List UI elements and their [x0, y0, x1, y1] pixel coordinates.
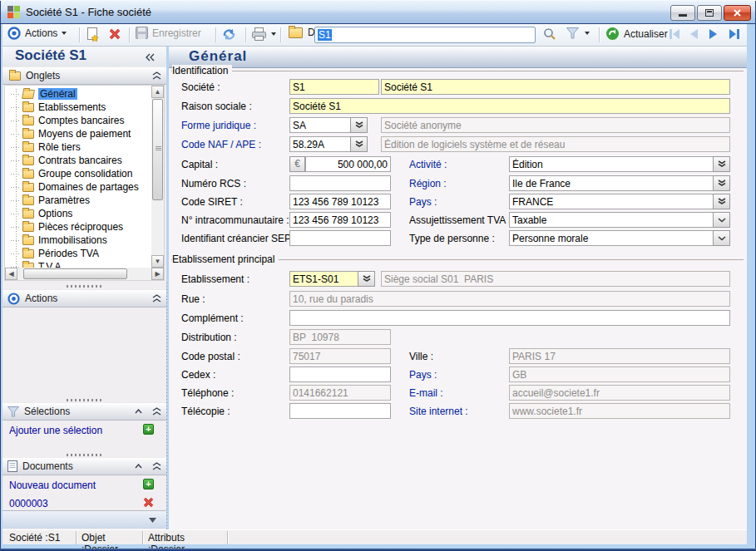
tab-comptes-bancaires[interactable]: Comptes bancaires	[5, 114, 151, 127]
sidebar-splitter[interactable]	[166, 283, 167, 532]
code-naf-lookup-button[interactable]	[350, 136, 368, 152]
tab-options[interactable]: Options	[5, 207, 151, 220]
complement-field[interactable]	[289, 310, 730, 326]
minimize-button[interactable]	[670, 5, 695, 21]
etablissement-lookup-button[interactable]	[358, 271, 375, 287]
documents-footer-bar[interactable]	[2, 510, 166, 529]
type-personne-dropdown-button[interactable]	[713, 230, 730, 246]
selections-section-header[interactable]: Sélections	[2, 402, 166, 421]
cedex-field[interactable]	[289, 367, 391, 382]
code-naf-field[interactable]	[289, 136, 351, 152]
collapse-sidebar-icon[interactable]	[146, 53, 155, 61]
etablissement-field[interactable]	[289, 271, 358, 287]
code-siret-field[interactable]	[289, 194, 391, 209]
folder-icon	[22, 183, 34, 192]
assujettissement-tva-field[interactable]	[509, 212, 714, 228]
forme-juridique-lookup-button[interactable]	[350, 117, 368, 133]
tab-domaines-de-partages[interactable]: Domaines de partages	[5, 180, 151, 194]
tab-groupe-consolidation[interactable]: Groupe consolidation	[5, 167, 151, 180]
region-label: Région :	[409, 178, 447, 189]
new-document-link[interactable]: Nouveau document	[9, 480, 96, 491]
actions-section-header[interactable]: Actions	[2, 289, 166, 307]
tree-vertical-scrollbar[interactable]: ▲ ▼	[151, 86, 165, 268]
new-document-plus-icon[interactable]: +	[143, 479, 154, 490]
new-record-button[interactable]	[86, 27, 99, 45]
onglets-collapse-icon[interactable]	[152, 71, 161, 80]
documents-section-header[interactable]: Documents	[2, 457, 166, 475]
filter-button[interactable]	[566, 27, 590, 39]
raison-sociale-field[interactable]	[289, 98, 730, 114]
pays-field[interactable]	[509, 194, 714, 209]
documents-up-icon[interactable]	[135, 464, 142, 469]
search-input[interactable]: S1	[314, 27, 536, 43]
nav-first-button[interactable]	[668, 28, 681, 43]
search-button[interactable]	[543, 27, 556, 44]
actions-caret-icon	[62, 32, 67, 35]
delete-record-button[interactable]	[109, 28, 121, 43]
region-lookup-button[interactable]	[713, 175, 730, 191]
selections-collapse-icon[interactable]	[152, 407, 161, 416]
etablissement-label: Etablissement :	[181, 273, 250, 285]
reload-button[interactable]	[222, 27, 236, 45]
pays-lookup-button[interactable]	[713, 194, 730, 209]
type-personne-field[interactable]	[509, 230, 714, 246]
numero-rcs-field[interactable]	[289, 175, 391, 191]
maximize-button[interactable]	[697, 5, 722, 21]
splitter-handle[interactable]	[67, 399, 103, 401]
intracommunautaire-field[interactable]	[289, 212, 391, 228]
sepa-field[interactable]	[289, 230, 391, 246]
print-button[interactable]	[252, 27, 276, 41]
search-icon	[543, 27, 556, 41]
activite-field[interactable]	[509, 156, 714, 172]
tree-hscroll-thumb[interactable]	[23, 268, 127, 279]
splitter-handle[interactable]	[67, 285, 103, 288]
selections-up-icon[interactable]	[135, 409, 142, 414]
assujettissement-tva-dropdown-button[interactable]	[713, 212, 730, 228]
close-button[interactable]	[724, 5, 751, 21]
tab-role-tiers[interactable]: Rôle tiers	[5, 140, 151, 154]
currency-euro-button[interactable]: €	[289, 156, 305, 172]
scroll-up-icon[interactable]: ▲	[151, 86, 164, 98]
scroll-right-icon[interactable]: ▶	[151, 268, 164, 280]
cedex-label: Cedex :	[181, 369, 215, 381]
delete-document-icon[interactable]	[143, 497, 154, 508]
onglets-section-header[interactable]: Onglets	[2, 66, 166, 85]
tab-periodes-tva[interactable]: Périodes TVA	[5, 247, 151, 260]
forme-juridique-field[interactable]	[289, 117, 351, 133]
activite-lookup-button[interactable]	[713, 156, 730, 172]
add-selection-link[interactable]: Ajouter une sélection	[9, 425, 102, 436]
nav-last-button[interactable]	[728, 28, 741, 43]
actualiser-button[interactable]: Actualiser	[605, 27, 668, 41]
tab-etablissements[interactable]: Etablissements	[5, 101, 151, 114]
double-chevron-down-icon	[718, 198, 726, 205]
tab-moyens-de-paiement[interactable]: Moyens de paiement	[5, 127, 151, 140]
tab-contrats-bancaires[interactable]: Contrats bancaires	[5, 154, 151, 167]
double-chevron-down-icon	[355, 121, 363, 129]
tree-horizontal-scrollbar[interactable]: ◀ ▶	[5, 268, 165, 281]
sidebar-title-bar: Société S1	[2, 47, 166, 66]
tab-general[interactable]: Général	[5, 87, 151, 101]
tree-vscroll-thumb[interactable]	[152, 99, 163, 200]
scroll-down-icon[interactable]: ▼	[151, 255, 164, 268]
nav-previous-button[interactable]	[688, 28, 699, 43]
tab-pieces-reciproques[interactable]: Pièces réciproques	[5, 220, 151, 234]
splitter-handle[interactable]	[67, 454, 103, 456]
nav-next-button[interactable]	[708, 28, 719, 43]
tab-parametres[interactable]: Paramètres	[5, 194, 151, 207]
actions-menu-button[interactable]: Actions	[7, 27, 67, 40]
telecopie-field[interactable]	[289, 403, 391, 419]
tab-immobilisations[interactable]: Immobilisations	[5, 234, 151, 247]
societe-name-field[interactable]	[381, 79, 730, 95]
add-selection-plus-icon[interactable]: +	[143, 424, 154, 435]
documents-collapse-icon[interactable]	[152, 462, 161, 470]
document-item-link[interactable]: 0000003	[9, 498, 48, 509]
actions-target-icon	[7, 293, 20, 305]
capital-field[interactable]	[305, 156, 391, 172]
title-bar[interactable]: Société S1 - Fiche société	[0, 0, 756, 24]
documents-expand-icon[interactable]	[149, 518, 156, 523]
actions-collapse-icon[interactable]	[152, 294, 161, 303]
save-button[interactable]: Enregistrer	[136, 27, 201, 39]
scroll-left-icon[interactable]: ◀	[5, 268, 17, 280]
region-field[interactable]	[509, 175, 714, 191]
societe-code-field[interactable]	[289, 79, 379, 95]
